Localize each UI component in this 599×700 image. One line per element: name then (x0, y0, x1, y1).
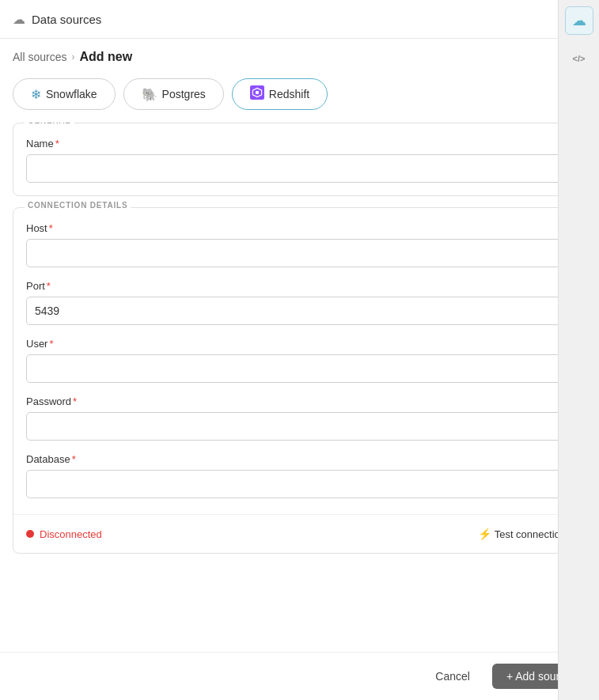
host-field-group: Host * (26, 222, 572, 267)
test-connection-button[interactable]: ⚡ Test connection (472, 524, 572, 543)
modal-header: ☁ Data sources × (0, 0, 598, 39)
postgres-icon: 🐘 (142, 87, 157, 102)
form-area: GENERAL Name * CONNECTION DETAILS (0, 123, 598, 652)
name-required-star: * (55, 138, 59, 149)
name-input[interactable] (26, 154, 572, 183)
password-field-group: Password * (26, 395, 572, 441)
database-input[interactable] (26, 470, 572, 498)
lightning-icon: ⚡ (478, 528, 491, 540)
modal-title-text: Data sources (32, 13, 101, 26)
tab-postgres[interactable]: 🐘 Postgres (123, 78, 224, 110)
modal-title: ☁ Data sources (13, 12, 101, 27)
database-label: Database * (26, 453, 572, 465)
svg-point-2 (256, 91, 260, 95)
host-label: Host * (26, 222, 572, 234)
redshift-icon (250, 85, 264, 103)
disconnected-badge: Disconnected (26, 528, 102, 540)
general-section: GENERAL Name * (13, 123, 586, 196)
database-field-group: Database * (26, 453, 572, 498)
host-input[interactable] (26, 239, 572, 267)
general-section-label: GENERAL (25, 123, 74, 125)
disconnected-label: Disconnected (40, 528, 102, 540)
sidebar-cloud-icon: ☁ (572, 12, 586, 29)
disconnected-dot (26, 530, 34, 538)
cloud-icon: ☁ (13, 12, 25, 27)
sidebar-code-icon: </> (573, 54, 586, 63)
database-required-star: * (72, 453, 76, 465)
sidebar: ☁ </> (558, 0, 599, 700)
sidebar-code-button[interactable]: </> (565, 44, 593, 73)
user-field-group: User * (26, 338, 572, 383)
port-required-star: * (47, 280, 51, 292)
user-input[interactable] (26, 354, 572, 383)
port-field-group: Port * (26, 280, 572, 325)
sidebar-cloud-button[interactable]: ☁ (565, 6, 593, 35)
breadcrumb: All sources › Add new (0, 39, 598, 72)
tab-snowflake-label: Snowflake (46, 88, 97, 100)
host-required-star: * (49, 222, 53, 234)
footer-row: Cancel + Add source (0, 652, 598, 700)
user-label: User * (26, 338, 572, 350)
snowflake-icon: ❄ (31, 87, 41, 102)
name-label: Name * (26, 138, 572, 149)
user-required-star: * (49, 338, 53, 350)
tab-redshift[interactable]: Redshift (232, 78, 328, 110)
tab-redshift-label: Redshift (269, 88, 309, 100)
tabs-row: ❄ Snowflake 🐘 Postgres Redshift (0, 72, 598, 123)
breadcrumb-link[interactable]: All sources (13, 51, 66, 63)
connection-section-label: CONNECTION DETAILS (25, 201, 131, 210)
port-input[interactable] (26, 297, 572, 325)
breadcrumb-separator: › (71, 51, 74, 62)
connection-section: CONNECTION DETAILS Host * Port (13, 207, 586, 554)
breadcrumb-current: Add new (79, 50, 132, 64)
tab-postgres-label: Postgres (162, 88, 206, 100)
cancel-button[interactable]: Cancel (421, 664, 484, 689)
password-required-star: * (73, 395, 77, 407)
connection-status-row: Disconnected ⚡ Test connection (13, 514, 585, 553)
password-label: Password * (26, 395, 572, 407)
tab-snowflake[interactable]: ❄ Snowflake (13, 78, 116, 110)
test-connection-label: Test connection (495, 528, 566, 540)
name-field-group: Name * (26, 138, 572, 183)
password-input[interactable] (26, 412, 572, 441)
port-label: Port * (26, 280, 572, 292)
